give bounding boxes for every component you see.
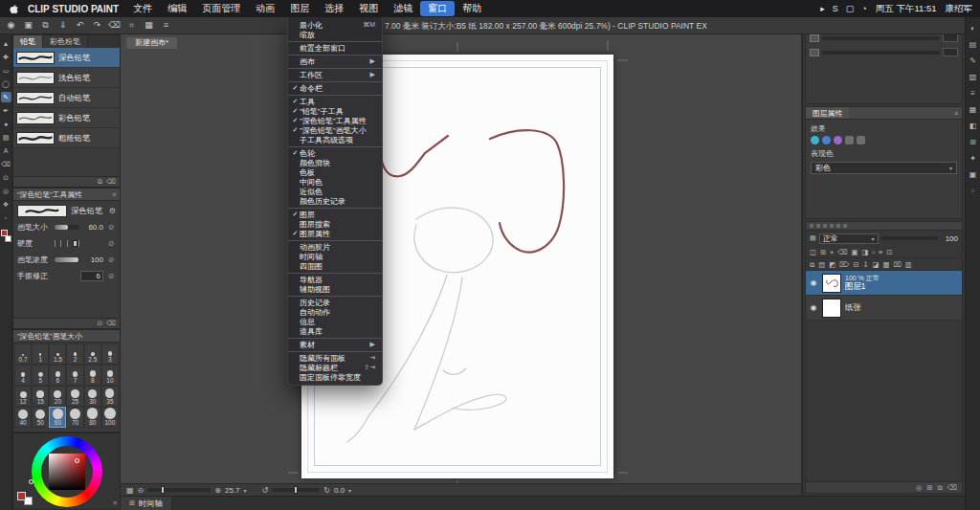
menu-4[interactable]: 图层: [282, 1, 317, 16]
property-slider[interactable]: [55, 225, 79, 230]
window-menu-item-5-4[interactable]: 子工具高级选项: [288, 135, 382, 144]
menu-bar-user[interactable]: 康绍军: [946, 3, 973, 15]
window-menu-item-6-1[interactable]: 颜色滑块: [288, 158, 382, 167]
window-menu-item-2-0[interactable]: 画布▶: [288, 56, 382, 66]
flatten-icon[interactable]: ⊟: [853, 260, 858, 269]
window-menu-item-0-0[interactable]: 最小化⌘M: [288, 20, 382, 30]
brush-size-40[interactable]: 40: [14, 407, 32, 428]
wrench-icon[interactable]: ⚙: [109, 207, 116, 215]
brush-item-3[interactable]: 彩色铅笔: [13, 108, 120, 128]
grid-layer-icon[interactable]: ▦: [883, 260, 890, 269]
operation-tool-icon[interactable]: ▲: [1, 38, 11, 49]
no-adjust-icon[interactable]: ⊘: [106, 255, 116, 264]
navigator-panel-icon[interactable]: ◧: [969, 122, 977, 130]
layer-thumbnail[interactable]: [822, 274, 841, 293]
extract-line-effect-icon[interactable]: [845, 136, 854, 144]
target-icon[interactable]: ⌖: [830, 248, 834, 256]
lock-alpha-icon[interactable]: ▣: [851, 248, 858, 256]
menu-5[interactable]: 选择: [317, 1, 351, 16]
window-menu-item-6-3[interactable]: 中间色: [288, 177, 382, 187]
mini-value-box[interactable]: [943, 33, 958, 42]
mini-slider[interactable]: [822, 51, 940, 55]
window-menu-item-12-2[interactable]: 固定面板停靠宽度: [288, 372, 382, 382]
window-menu-item-6-0[interactable]: ✓色轮: [288, 148, 382, 158]
brush-item-2[interactable]: 自动铅笔: [13, 88, 120, 108]
history-panel-icon[interactable]: ⊞: [969, 138, 976, 146]
new-layer-icon[interactable]: ⧉: [810, 260, 814, 269]
window-menu-item-8-2[interactable]: 四面图: [288, 261, 382, 271]
property-value-box[interactable]: 6: [80, 271, 103, 281]
layer-row-selected[interactable]: ◉ 100 % 正常 图层1: [806, 271, 962, 296]
brush-size-50[interactable]: 50: [32, 407, 49, 428]
window-menu-item-5-2[interactable]: ✓"深色铅笔"工具属性: [288, 116, 382, 125]
tool-property-header[interactable]: "深色铅笔"工具属性 ≡: [13, 188, 120, 201]
menu-7[interactable]: 滤镜: [386, 1, 420, 16]
brush-size-6[interactable]: 6: [49, 365, 66, 386]
window-menu-item-9-1[interactable]: 辅助视图: [288, 284, 382, 294]
menu-0[interactable]: 文件: [125, 1, 160, 16]
rotate-right-icon[interactable]: ↻: [323, 486, 330, 495]
zoom-out-icon[interactable]: ⊖: [138, 486, 145, 495]
auto-action-panel-icon[interactable]: ✦: [969, 154, 976, 163]
tool-property-panel-icon[interactable]: ▧: [969, 73, 977, 81]
window-menu-item-5-3[interactable]: ✓"深色铅笔"画笔大小: [288, 125, 382, 135]
extra-icon[interactable]: ▥: [905, 260, 912, 269]
layer-trash-icon[interactable]: ⌫: [947, 483, 957, 492]
mini-swatch-icon[interactable]: [810, 49, 819, 56]
menu-3[interactable]: 动画: [248, 1, 282, 16]
subtool-panel-icon[interactable]: ✎: [969, 56, 976, 65]
brush-size-2[interactable]: 2: [66, 344, 83, 365]
rotation-slider-thumb[interactable]: [294, 486, 298, 494]
window-menu-item-5-0[interactable]: ✓工具: [288, 97, 382, 106]
tab-pencil[interactable]: 铅笔: [13, 35, 43, 48]
timeline-tab[interactable]: ⊞ 时间轴: [121, 497, 172, 510]
layer-new-icon[interactable]: ⊞: [926, 483, 932, 492]
menu-icon[interactable]: ≡: [160, 20, 172, 31]
open-file-icon[interactable]: ⧉: [39, 20, 52, 31]
canvas-document-tab[interactable]: 新建画布*: [126, 37, 177, 49]
reset-property-icon[interactable]: ⌫: [106, 320, 116, 327]
brush-size-20[interactable]: 20: [49, 386, 66, 407]
layer-property-tab[interactable]: 图层属性: [806, 107, 849, 120]
zoom-in-icon[interactable]: ⊕: [214, 486, 221, 495]
brush-size-80[interactable]: 80: [84, 407, 101, 428]
window-menu-item-7-1[interactable]: 图层搜索: [288, 219, 382, 229]
zoom-slider[interactable]: [147, 488, 211, 492]
lock-icon[interactable]: ⌫: [837, 248, 847, 256]
new-raster-icon[interactable]: ⊞: [820, 248, 826, 256]
swatch-panel-icon[interactable]: ▤: [969, 40, 977, 49]
brush-size-3[interactable]: 3: [101, 344, 119, 365]
combine-icon[interactable]: ◪: [873, 260, 880, 269]
delete-icon[interactable]: ⌫: [108, 20, 121, 31]
grid-icon[interactable]: ⌗: [125, 20, 138, 31]
window-menu-item-0-1[interactable]: 缩放: [288, 30, 382, 39]
sub-color-swatch[interactable]: [5, 235, 11, 242]
brush-tool-icon[interactable]: ●: [1, 119, 11, 129]
window-status-icon[interactable]: ▢: [846, 4, 855, 13]
border-effect-icon[interactable]: [811, 136, 819, 144]
sv-cursor-icon[interactable]: [75, 458, 79, 463]
mini-swatch-icon[interactable]: [810, 34, 819, 42]
move-tool-icon[interactable]: ✚: [1, 52, 11, 62]
no-adjust-icon[interactable]: ⊘: [106, 272, 116, 280]
property-tick-slider[interactable]: [55, 239, 79, 248]
delete-layer-icon[interactable]: ⌧: [893, 260, 901, 269]
delete-subtool-icon[interactable]: ⌫: [106, 178, 116, 186]
tab-pastel[interactable]: 彩色粉笔: [43, 35, 88, 48]
window-menu-item-10-3[interactable]: 道具库: [288, 326, 382, 336]
play-status-icon[interactable]: ▸: [820, 4, 825, 13]
brush-size-12[interactable]: 12: [14, 386, 32, 407]
panel-menu-icon[interactable]: ≡: [112, 191, 116, 198]
mini-slider[interactable]: [822, 36, 940, 40]
brush-size-100[interactable]: 100: [101, 407, 119, 428]
window-menu-item-5-1[interactable]: ✓"铅笔"子工具: [288, 106, 382, 116]
no-adjust-icon[interactable]: ⊘: [106, 239, 116, 248]
brush-size-1.5[interactable]: 1.5: [49, 344, 66, 365]
brush-item-4[interactable]: 粗糙铅笔: [13, 128, 120, 148]
window-menu-item-7-2[interactable]: ✓图层属性: [288, 229, 382, 238]
lasso-tool-icon[interactable]: ◯: [1, 78, 11, 89]
property-slider[interactable]: [55, 257, 79, 262]
selection-tool-icon[interactable]: ▭: [1, 65, 11, 76]
blend-tool-icon[interactable]: ⊙: [1, 172, 11, 183]
layer-duplicate-icon[interactable]: ⧉: [937, 483, 942, 492]
